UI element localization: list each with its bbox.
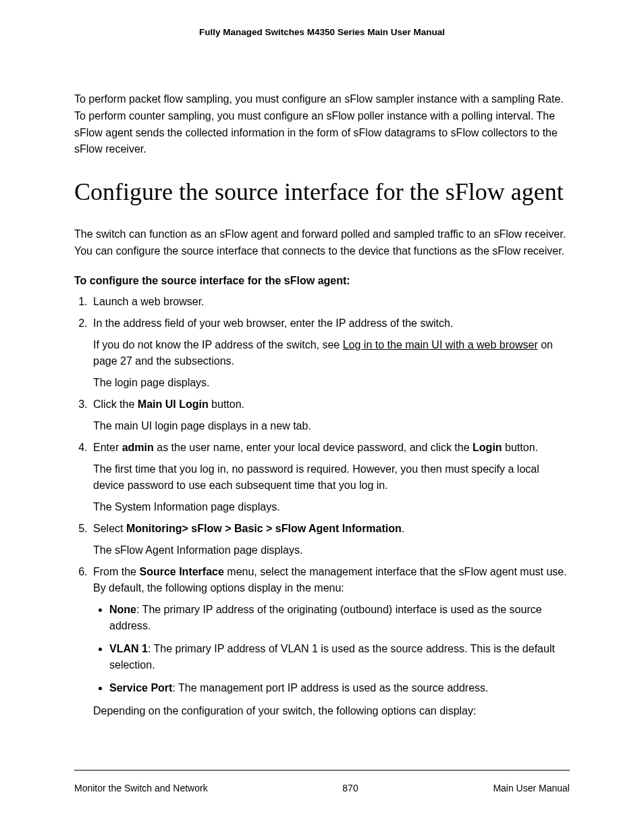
footer-right: Main User Manual [493,783,570,793]
step-2: In the address field of your web browser… [90,315,570,391]
document-page: Fully Managed Switches M4350 Series Main… [0,0,644,834]
text-fragment: button. [502,442,538,453]
step-4: Enter admin as the user name, enter your… [90,440,570,515]
step-note: The main UI login page displays in a new… [93,418,570,434]
option-name: Service Port [109,682,172,694]
section-title: Configure the source interface for the s… [74,177,570,207]
intro-paragraph: To perform packet flow sampling, you mus… [74,91,570,158]
ui-label: Main UI Login [138,398,209,410]
ui-label: admin [122,442,154,453]
text-fragment: . [402,523,404,534]
list-item: VLAN 1: The primary IP address of VLAN 1… [109,641,570,673]
step-6: From the Source Interface menu, select t… [90,564,570,719]
step-5: Select Monitoring> sFlow > Basic > sFlow… [90,521,570,558]
text-fragment: If you do not know the IP address of the… [93,339,343,350]
text-fragment: Enter [93,442,122,453]
step-note: If you do not know the IP address of the… [93,337,570,369]
step-note: The login page displays. [93,375,570,391]
document-header: Fully Managed Switches M4350 Series Main… [74,27,570,37]
text-fragment: button. [209,398,244,410]
section-intro: The switch can function as an sFlow agen… [74,226,570,260]
step-note: Depending on the configuration of your s… [93,703,570,719]
text-fragment: Select [93,523,126,534]
step-note: The System Information page displays. [93,499,570,515]
page-footer: Monitor the Switch and Network 870 Main … [74,770,570,793]
step-note: The sFlow Agent Information page display… [93,542,570,558]
option-name: None [109,604,136,615]
procedure-heading: To configure the source interface for th… [74,275,570,287]
ui-path: Monitoring> sFlow > Basic > sFlow Agent … [126,523,402,534]
step-3: Click the Main UI Login button. The main… [90,396,570,434]
text-fragment: From the [93,566,139,577]
ui-label: Source Interface [139,566,223,577]
text-fragment: as the user name, enter your local devic… [154,442,473,453]
footer-rule [74,770,570,771]
ui-label: Login [473,442,502,453]
option-desc: : The primary IP address of VLAN 1 is us… [109,643,555,671]
list-item: None: The primary IP address of the orig… [109,602,570,634]
step-text: Launch a web browser. [93,296,205,307]
procedure-list: Launch a web browser. In the address fie… [74,294,570,719]
text-fragment: Click the [93,398,138,410]
option-list: None: The primary IP address of the orig… [93,602,570,696]
cross-reference-link[interactable]: Log in to the main UI with a web browser [343,339,538,350]
step-text: In the address field of your web browser… [93,317,453,329]
option-name: VLAN 1 [109,643,148,654]
list-item: Service Port: The management port IP add… [109,680,570,696]
option-desc: : The primary IP address of the originat… [109,604,542,631]
option-desc: : The management port IP address is used… [172,682,488,694]
step-1: Launch a web browser. [90,294,570,310]
step-note: The first time that you log in, no passw… [93,461,570,494]
footer-left: Monitor the Switch and Network [74,783,208,793]
page-number: 870 [342,783,358,793]
